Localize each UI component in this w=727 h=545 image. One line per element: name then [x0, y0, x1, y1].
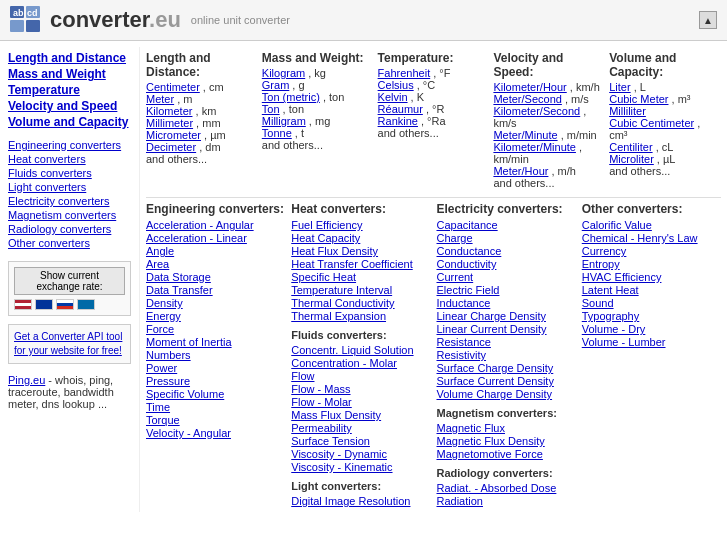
link-m-minute[interactable]: Meter/Minute: [493, 129, 557, 141]
link-surface-tension[interactable]: Surface Tension: [291, 435, 430, 447]
link-km-second[interactable]: Kilometer/Second: [493, 105, 580, 117]
sidebar-item-magnetism[interactable]: Magnetism converters: [8, 209, 131, 221]
sidebar-item-heat[interactable]: Heat converters: [8, 153, 131, 165]
link-concentration-molar[interactable]: Concentration - Molar: [291, 357, 430, 369]
link-torque[interactable]: Torque: [146, 414, 285, 426]
link-permeability[interactable]: Permeability: [291, 422, 430, 434]
link-radiat-absorbed-dose[interactable]: Radiat. - Absorbed Dose: [437, 482, 576, 494]
link-energy[interactable]: Energy: [146, 310, 285, 322]
api-link[interactable]: Get a Converter API tool for your websit…: [14, 331, 122, 356]
link-heat-transfer-coeff[interactable]: Heat Transfer Coefficient: [291, 258, 430, 270]
link-m-second[interactable]: Meter/Second: [493, 93, 561, 105]
link-ton-metric[interactable]: Ton (metric): [262, 91, 320, 103]
link-liter[interactable]: Liter: [609, 81, 630, 93]
link-thermal-expansion[interactable]: Thermal Expansion: [291, 310, 430, 322]
link-chemical-henrys-law[interactable]: Chemical - Henry's Law: [582, 232, 721, 244]
link-millimeter[interactable]: Millimeter: [146, 117, 193, 129]
link-temperature-interval[interactable]: Temperature Interval: [291, 284, 430, 296]
link-currency[interactable]: Currency: [582, 245, 721, 257]
link-current[interactable]: Current: [437, 271, 576, 283]
link-tonne[interactable]: Tonne: [262, 127, 292, 139]
link-angle[interactable]: Angle: [146, 245, 285, 257]
link-entropy[interactable]: Entropy: [582, 258, 721, 270]
link-kilogram[interactable]: Kilogram: [262, 67, 305, 79]
link-ton[interactable]: Ton: [262, 103, 280, 115]
link-velocity-angular[interactable]: Velocity - Angular: [146, 427, 285, 439]
sidebar-item-velocity[interactable]: Velocity and Speed: [8, 99, 131, 113]
link-volume-dry[interactable]: Volume - Dry: [582, 323, 721, 335]
link-heat-flux-density[interactable]: Heat Flux Density: [291, 245, 430, 257]
link-specific-heat[interactable]: Specific Heat: [291, 271, 430, 283]
link-electric-field[interactable]: Electric Field: [437, 284, 576, 296]
link-magnetic-flux-density[interactable]: Magnetic Flux Density: [437, 435, 576, 447]
link-time[interactable]: Time: [146, 401, 285, 413]
sidebar-item-temperature[interactable]: Temperature: [8, 83, 131, 97]
link-charge[interactable]: Charge: [437, 232, 576, 244]
link-surface-current-density[interactable]: Surface Current Density: [437, 375, 576, 387]
link-capacitance[interactable]: Capacitance: [437, 219, 576, 231]
link-thermal-conductivity[interactable]: Thermal Conductivity: [291, 297, 430, 309]
link-volume-lumber[interactable]: Volume - Lumber: [582, 336, 721, 348]
exchange-rate-button[interactable]: Show current exchange rate:: [14, 267, 125, 295]
link-viscosity-kinematic[interactable]: Viscosity - Kinematic: [291, 461, 430, 473]
link-density[interactable]: Density: [146, 297, 285, 309]
link-resistance[interactable]: Resistance: [437, 336, 576, 348]
link-accel-linear[interactable]: Acceleration - Linear: [146, 232, 285, 244]
link-typography[interactable]: Typography: [582, 310, 721, 322]
link-moment-inertia[interactable]: Moment of Inertia: [146, 336, 285, 348]
link-concentr-liquid[interactable]: Concentr. Liquid Solution: [291, 344, 430, 356]
link-microliter[interactable]: Microliter: [609, 153, 654, 165]
sidebar-item-fluids[interactable]: Fluids converters: [8, 167, 131, 179]
sidebar-item-radiology[interactable]: Radiology converters: [8, 223, 131, 235]
link-magnetic-flux[interactable]: Magnetic Flux: [437, 422, 576, 434]
link-linear-current-density[interactable]: Linear Current Density: [437, 323, 576, 335]
link-data-transfer[interactable]: Data Transfer: [146, 284, 285, 296]
link-area[interactable]: Area: [146, 258, 285, 270]
link-celsius[interactable]: Celsius: [378, 79, 414, 91]
link-gram[interactable]: Gram: [262, 79, 290, 91]
link-conductance[interactable]: Conductance: [437, 245, 576, 257]
link-milliliter[interactable]: Milliliter: [609, 105, 646, 117]
link-data-storage[interactable]: Data Storage: [146, 271, 285, 283]
link-cubic-centimeter[interactable]: Cubic Centimeter: [609, 117, 694, 129]
link-reaumur[interactable]: Réaumur: [378, 103, 423, 115]
link-latent-heat[interactable]: Latent Heat: [582, 284, 721, 296]
link-heat-capacity[interactable]: Heat Capacity: [291, 232, 430, 244]
sidebar-item-volume[interactable]: Volume and Capacity: [8, 115, 131, 129]
ping-link[interactable]: Ping.eu: [8, 374, 45, 386]
link-radiation[interactable]: Radiation: [437, 495, 576, 507]
link-digital-image-resolution[interactable]: Digital Image Resolution: [291, 495, 430, 507]
link-micrometer[interactable]: Micrometer: [146, 129, 201, 141]
sidebar-item-light[interactable]: Light converters: [8, 181, 131, 193]
link-conductivity[interactable]: Conductivity: [437, 258, 576, 270]
link-flow-mass[interactable]: Flow - Mass: [291, 383, 430, 395]
link-sound[interactable]: Sound: [582, 297, 721, 309]
link-viscosity-dynamic[interactable]: Viscosity - Dynamic: [291, 448, 430, 460]
link-linear-charge-density[interactable]: Linear Charge Density: [437, 310, 576, 322]
link-specific-volume[interactable]: Specific Volume: [146, 388, 285, 400]
scroll-top-button[interactable]: ▲: [699, 11, 717, 29]
link-cubic-meter[interactable]: Cubic Meter: [609, 93, 668, 105]
link-mass-flux-density[interactable]: Mass Flux Density: [291, 409, 430, 421]
sidebar-item-electricity[interactable]: Electricity converters: [8, 195, 131, 207]
link-force[interactable]: Force: [146, 323, 285, 335]
link-flow-molar[interactable]: Flow - Molar: [291, 396, 430, 408]
link-centiliter[interactable]: Centiliter: [609, 141, 652, 153]
link-km-minute[interactable]: Kilometer/Minute: [493, 141, 576, 153]
link-hvac-efficiency[interactable]: HVAC Efficiency: [582, 271, 721, 283]
link-kelvin[interactable]: Kelvin: [378, 91, 408, 103]
link-centimeter[interactable]: Centimeter: [146, 81, 200, 93]
sidebar-item-other[interactable]: Other converters: [8, 237, 131, 249]
link-decimeter[interactable]: Decimeter: [146, 141, 196, 153]
link-pressure[interactable]: Pressure: [146, 375, 285, 387]
sidebar-item-length[interactable]: Length and Distance: [8, 51, 131, 65]
sidebar-item-engineering[interactable]: Engineering converters: [8, 139, 131, 151]
link-surface-charge-density[interactable]: Surface Charge Density: [437, 362, 576, 374]
link-rankine[interactable]: Rankine: [378, 115, 418, 127]
link-flow[interactable]: Flow: [291, 370, 430, 382]
sidebar-item-mass[interactable]: Mass and Weight: [8, 67, 131, 81]
link-milligram[interactable]: Milligram: [262, 115, 306, 127]
link-power[interactable]: Power: [146, 362, 285, 374]
link-meter[interactable]: Meter: [146, 93, 174, 105]
link-accel-angular[interactable]: Acceleration - Angular: [146, 219, 285, 231]
